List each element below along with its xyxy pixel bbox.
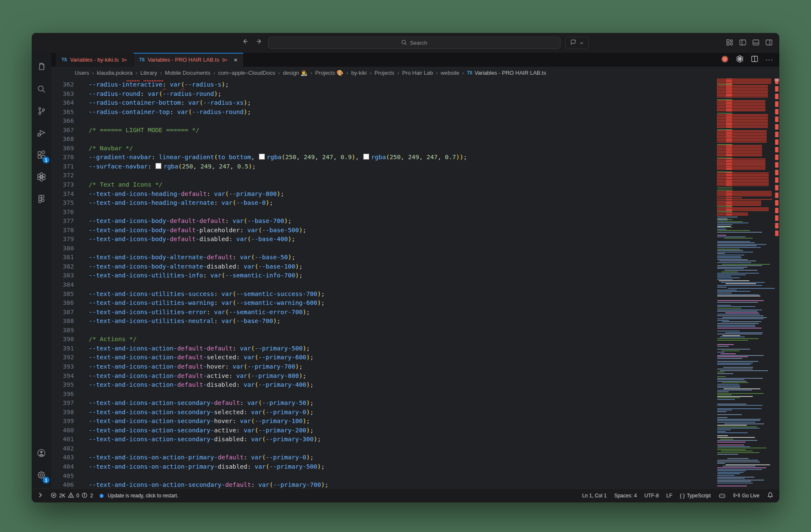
code-line[interactable]: 365--radius-container-top: var(--radius-…: [51, 108, 712, 117]
breadcrumb-item[interactable]: com~apple~CloudDocs: [218, 70, 275, 76]
code-line[interactable]: 373/* Text and Icons */: [51, 180, 712, 190]
code-line[interactable]: 406--text-and-icons-on-action-secondary-…: [51, 480, 712, 489]
code-line[interactable]: 395--text-and-icons-action-default-disab…: [51, 380, 712, 390]
tab-variables-pro-hair-lab[interactable]: TS Variables - PRO HAIR LAB.ts 9+ ×: [133, 53, 244, 67]
code-line[interactable]: 391--text-and-icons-action-default-defau…: [51, 344, 712, 353]
notifications-bell-icon[interactable]: [767, 492, 773, 499]
code-line[interactable]: 363--radius-round: var(--radius-round);: [51, 90, 712, 99]
code-line[interactable]: 374--text-and-icons-heading-default: var…: [51, 190, 712, 199]
chatgpt-extension-icon[interactable]: [32, 166, 51, 188]
color-swatch[interactable]: [363, 154, 369, 160]
eol-sequence[interactable]: LF: [667, 493, 672, 499]
code-area[interactable]: 362--radius-interactive: var(--radius-s)…: [51, 80, 712, 489]
breadcrumb-item[interactable]: klaudia.pokora: [97, 70, 133, 76]
color-swatch[interactable]: [259, 154, 265, 160]
breadcrumb-item[interactable]: website: [441, 70, 459, 76]
code-line[interactable]: 401--text-and-icons-action-secondary-dis…: [51, 435, 712, 444]
settings-gear-icon[interactable]: 1: [32, 464, 51, 486]
code-line[interactable]: 364--radius-container-bottom: var(--radi…: [51, 98, 712, 108]
code-line[interactable]: 386--text-and-icons-utilities-warning: v…: [51, 299, 712, 308]
code-line[interactable]: 388--text-and-icons-utilities-neutral: v…: [51, 317, 712, 326]
code-line[interactable]: 372: [51, 171, 712, 180]
remote-indicator-icon[interactable]: [38, 492, 44, 499]
code-line[interactable]: 382--text-and-icons-body-alternate-disab…: [51, 262, 712, 271]
code-line[interactable]: 380: [51, 244, 712, 253]
code-line[interactable]: 384: [51, 280, 712, 290]
code-editor[interactable]: 362--radius-interactive: var(--radius-s)…: [51, 79, 779, 489]
code-line[interactable]: 375--text-and-icons-heading-alternate: v…: [51, 198, 712, 208]
breadcrumb-item[interactable]: by-kiki: [351, 70, 367, 76]
source-control-icon[interactable]: [32, 100, 51, 122]
search-sidebar-icon[interactable]: [32, 78, 51, 100]
code-line[interactable]: 398--text-and-icons-action-secondary-sel…: [51, 408, 712, 417]
code-line[interactable]: 377--text-and-icons-body-default-default…: [51, 217, 712, 226]
code-line[interactable]: 381--text-and-icons-body-alternate-defau…: [51, 253, 712, 262]
breadcrumb-item[interactable]: Projects: [375, 70, 395, 76]
indentation[interactable]: Spaces: 4: [614, 493, 637, 499]
code-line[interactable]: 392--text-and-icons-action-default-selec…: [51, 353, 712, 362]
code-line[interactable]: 367/* ====== LIGHT MODE ====== */: [51, 126, 712, 135]
code-line[interactable]: 397--text-and-icons-action-secondary-def…: [51, 399, 712, 408]
code-line[interactable]: 369/* Navbar */: [51, 144, 712, 153]
breadcrumb-item[interactable]: Library: [140, 70, 157, 76]
minimap[interactable]: [716, 79, 774, 489]
encoding[interactable]: UTF-8: [645, 493, 659, 499]
overview-ruler[interactable]: [774, 79, 779, 489]
code-line[interactable]: 387--text-and-icons-utilities-error: var…: [51, 308, 712, 317]
search-input[interactable]: Search: [268, 37, 561, 49]
tab-variables-by-kiki[interactable]: TS Variables - by-kiki.ts 9+: [56, 53, 133, 67]
toggle-primary-sidebar-icon[interactable]: [739, 39, 746, 48]
extensions-icon[interactable]: 1: [32, 144, 51, 166]
code-line[interactable]: 404--text-and-icons-on-action-primary-di…: [51, 462, 712, 472]
code-line[interactable]: 385--text-and-icons-utilities-success: v…: [51, 290, 712, 299]
back-icon[interactable]: [242, 38, 248, 45]
more-actions-icon[interactable]: ···: [765, 56, 773, 64]
starburst-extension-icon[interactable]: [721, 55, 729, 65]
toggle-secondary-sidebar-icon[interactable]: [765, 39, 773, 48]
breadcrumb-file[interactable]: Variables - PRO HAIR LAB.ts: [474, 70, 546, 76]
color-swatch[interactable]: [155, 163, 161, 169]
toggle-panel-icon[interactable]: [752, 39, 759, 48]
code-line[interactable]: 383--text-and-icons-utilities-info: var(…: [51, 271, 712, 280]
code-line[interactable]: 400--text-and-icons-action-secondary-act…: [51, 426, 712, 435]
close-icon[interactable]: ×: [234, 56, 238, 63]
figma-extension-icon[interactable]: [32, 188, 51, 210]
customize-layout-icon[interactable]: [726, 39, 733, 48]
code-line[interactable]: 371--surface-navbar: rgba(250, 249, 247,…: [51, 162, 712, 171]
go-live[interactable]: Go Live: [733, 492, 759, 499]
code-line[interactable]: 389: [51, 326, 712, 335]
minimap-slider[interactable]: [774, 79, 779, 81]
code-line[interactable]: 378--text-and-icons-body-default-placeho…: [51, 226, 712, 235]
code-line[interactable]: 403--text-and-icons-on-action-primary-de…: [51, 453, 712, 462]
code-line[interactable]: 402: [51, 444, 712, 453]
code-line[interactable]: 368: [51, 135, 712, 144]
breadcrumb-item[interactable]: Users: [75, 70, 89, 76]
update-notification[interactable]: Update is ready, click to restart.: [100, 493, 178, 499]
breadcrumb-item[interactable]: design 👩‍🎨: [283, 70, 308, 76]
copilot-icon[interactable]: [718, 493, 726, 499]
code-line[interactable]: 393--text-and-icons-action-default-hover…: [51, 362, 712, 372]
chatgpt-editor-icon[interactable]: [736, 55, 744, 65]
breadcrumb-item[interactable]: Mobile Documents: [165, 70, 210, 76]
explorer-icon[interactable]: [32, 56, 51, 78]
code-line[interactable]: 396: [51, 390, 712, 399]
code-line[interactable]: 366: [51, 117, 712, 126]
run-debug-icon[interactable]: [32, 122, 51, 144]
forward-icon[interactable]: [256, 38, 263, 45]
cursor-position[interactable]: Ln 1, Col 1: [582, 493, 607, 499]
code-line[interactable]: 370--gradient-navbar: linear-gradient(to…: [51, 153, 712, 162]
code-line[interactable]: 399--text-and-icons-action-secondary-hov…: [51, 417, 712, 426]
code-line[interactable]: 405: [51, 472, 712, 481]
split-editor-icon[interactable]: [751, 55, 758, 64]
language-mode[interactable]: { }TypeScript: [680, 493, 711, 499]
breadcrumb-item[interactable]: Pro Hair Lab: [402, 70, 433, 76]
code-line[interactable]: 394--text-and-icons-action-default-activ…: [51, 372, 712, 381]
code-line[interactable]: 376: [51, 208, 712, 217]
code-line[interactable]: 390/* Actions */: [51, 335, 712, 344]
breadcrumb-item[interactable]: Projects 🎨: [315, 70, 343, 76]
account-icon[interactable]: [32, 442, 51, 464]
problems-indicator[interactable]: 2K 0 2: [51, 492, 93, 499]
code-line[interactable]: 362--radius-interactive: var(--radius-s)…: [51, 80, 712, 90]
code-line[interactable]: 379--text-and-icons-body-default-disable…: [51, 235, 712, 244]
chat-button[interactable]: [565, 37, 589, 49]
